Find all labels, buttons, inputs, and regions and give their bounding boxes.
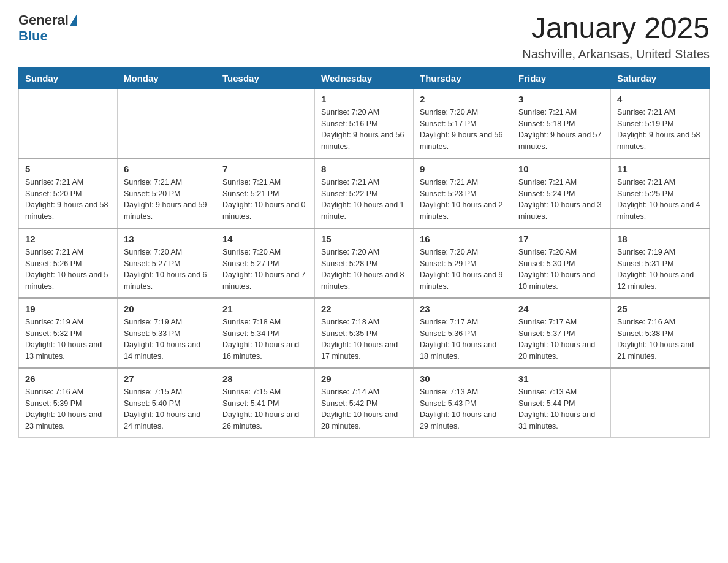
table-row: 22Sunrise: 7:18 AMSunset: 5:35 PMDayligh… [315,298,414,368]
calendar-table: Sunday Monday Tuesday Wednesday Thursday… [18,67,710,438]
day-number: 17 [518,234,604,244]
day-info: Sunrise: 7:19 AMSunset: 5:33 PMDaylight:… [124,316,210,362]
location-title: Nashville, Arkansas, United States [522,47,710,61]
day-number: 7 [222,164,308,174]
day-number: 5 [25,164,111,174]
day-number: 28 [222,373,308,384]
day-info: Sunrise: 7:21 AMSunset: 5:19 PMDaylight:… [617,107,703,153]
table-row: 12Sunrise: 7:21 AMSunset: 5:26 PMDayligh… [19,228,118,298]
table-row: 25Sunrise: 7:16 AMSunset: 5:38 PMDayligh… [611,298,710,368]
col-monday: Monday [118,67,216,88]
day-info: Sunrise: 7:18 AMSunset: 5:34 PMDaylight:… [222,316,308,362]
day-number: 10 [518,164,604,174]
day-number: 3 [518,94,604,104]
day-number: 6 [124,164,210,174]
day-info: Sunrise: 7:21 AMSunset: 5:22 PMDaylight:… [321,177,407,223]
table-row: 8Sunrise: 7:21 AMSunset: 5:22 PMDaylight… [315,158,414,228]
logo: General Blue [18,12,77,44]
day-number: 27 [124,373,210,384]
day-info: Sunrise: 7:18 AMSunset: 5:35 PMDaylight:… [321,316,407,362]
month-title: January 2025 [522,12,710,45]
col-saturday: Saturday [611,67,710,88]
day-info: Sunrise: 7:13 AMSunset: 5:43 PMDaylight:… [420,386,506,432]
logo-text-blue: Blue [18,28,48,44]
day-number: 8 [321,164,407,174]
table-row: 4Sunrise: 7:21 AMSunset: 5:19 PMDaylight… [611,88,710,158]
table-row: 11Sunrise: 7:21 AMSunset: 5:25 PMDayligh… [611,158,710,228]
table-row: 14Sunrise: 7:20 AMSunset: 5:27 PMDayligh… [216,228,315,298]
day-number: 14 [222,234,308,244]
col-tuesday: Tuesday [216,67,315,88]
logo-triangle-icon [70,13,77,26]
day-info: Sunrise: 7:19 AMSunset: 5:32 PMDaylight:… [25,316,111,362]
day-number: 19 [25,304,111,314]
table-row: 30Sunrise: 7:13 AMSunset: 5:43 PMDayligh… [414,368,512,438]
day-info: Sunrise: 7:13 AMSunset: 5:44 PMDaylight:… [518,386,604,432]
day-info: Sunrise: 7:20 AMSunset: 5:27 PMDaylight:… [222,247,308,293]
day-info: Sunrise: 7:21 AMSunset: 5:21 PMDaylight:… [222,177,308,223]
day-number: 2 [420,94,506,104]
day-info: Sunrise: 7:15 AMSunset: 5:40 PMDaylight:… [124,386,210,432]
table-row: 31Sunrise: 7:13 AMSunset: 5:44 PMDayligh… [512,368,611,438]
calendar-week-row: 19Sunrise: 7:19 AMSunset: 5:32 PMDayligh… [19,298,710,368]
calendar-week-row: 5Sunrise: 7:21 AMSunset: 5:20 PMDaylight… [19,158,710,228]
table-row: 24Sunrise: 7:17 AMSunset: 5:37 PMDayligh… [512,298,611,368]
table-row: 15Sunrise: 7:20 AMSunset: 5:28 PMDayligh… [315,228,414,298]
col-thursday: Thursday [414,67,512,88]
table-row: 17Sunrise: 7:20 AMSunset: 5:30 PMDayligh… [512,228,611,298]
day-info: Sunrise: 7:20 AMSunset: 5:16 PMDaylight:… [321,107,407,153]
table-row: 7Sunrise: 7:21 AMSunset: 5:21 PMDaylight… [216,158,315,228]
day-number: 16 [420,234,506,244]
table-row: 2Sunrise: 7:20 AMSunset: 5:17 PMDaylight… [414,88,512,158]
table-row: 21Sunrise: 7:18 AMSunset: 5:34 PMDayligh… [216,298,315,368]
title-block: January 2025 Nashville, Arkansas, United… [522,12,710,61]
day-number: 24 [518,304,604,314]
day-number: 12 [25,234,111,244]
calendar-header-row: Sunday Monday Tuesday Wednesday Thursday… [19,67,710,88]
table-row: 18Sunrise: 7:19 AMSunset: 5:31 PMDayligh… [611,228,710,298]
table-row: 3Sunrise: 7:21 AMSunset: 5:18 PMDaylight… [512,88,611,158]
day-number: 21 [222,304,308,314]
table-row: 23Sunrise: 7:17 AMSunset: 5:36 PMDayligh… [414,298,512,368]
day-number: 29 [321,373,407,384]
table-row: 10Sunrise: 7:21 AMSunset: 5:24 PMDayligh… [512,158,611,228]
table-row: 27Sunrise: 7:15 AMSunset: 5:40 PMDayligh… [118,368,216,438]
table-row: 26Sunrise: 7:16 AMSunset: 5:39 PMDayligh… [19,368,118,438]
table-row [611,368,710,438]
day-info: Sunrise: 7:21 AMSunset: 5:23 PMDaylight:… [420,177,506,223]
table-row: 19Sunrise: 7:19 AMSunset: 5:32 PMDayligh… [19,298,118,368]
day-info: Sunrise: 7:20 AMSunset: 5:29 PMDaylight:… [420,247,506,293]
day-number: 25 [617,304,703,314]
day-info: Sunrise: 7:21 AMSunset: 5:25 PMDaylight:… [617,177,703,223]
day-number: 1 [321,94,407,104]
day-number: 20 [124,304,210,314]
day-number: 23 [420,304,506,314]
col-sunday: Sunday [19,67,118,88]
table-row: 5Sunrise: 7:21 AMSunset: 5:20 PMDaylight… [19,158,118,228]
day-info: Sunrise: 7:21 AMSunset: 5:26 PMDaylight:… [25,247,111,293]
table-row [19,88,118,158]
day-number: 30 [420,373,506,384]
page-header: General Blue January 2025 Nashville, Ark… [18,12,710,61]
col-wednesday: Wednesday [315,67,414,88]
table-row: 1Sunrise: 7:20 AMSunset: 5:16 PMDaylight… [315,88,414,158]
day-info: Sunrise: 7:20 AMSunset: 5:17 PMDaylight:… [420,107,506,153]
day-number: 22 [321,304,407,314]
day-info: Sunrise: 7:16 AMSunset: 5:39 PMDaylight:… [25,386,111,432]
day-number: 26 [25,373,111,384]
day-number: 9 [420,164,506,174]
day-number: 15 [321,234,407,244]
day-info: Sunrise: 7:19 AMSunset: 5:31 PMDaylight:… [617,247,703,293]
table-row: 9Sunrise: 7:21 AMSunset: 5:23 PMDaylight… [414,158,512,228]
col-friday: Friday [512,67,611,88]
day-info: Sunrise: 7:21 AMSunset: 5:24 PMDaylight:… [518,177,604,223]
day-number: 4 [617,94,703,104]
calendar-week-row: 26Sunrise: 7:16 AMSunset: 5:39 PMDayligh… [19,368,710,438]
day-info: Sunrise: 7:17 AMSunset: 5:37 PMDaylight:… [518,316,604,362]
table-row: 13Sunrise: 7:20 AMSunset: 5:27 PMDayligh… [118,228,216,298]
day-info: Sunrise: 7:16 AMSunset: 5:38 PMDaylight:… [617,316,703,362]
day-number: 31 [518,373,604,384]
day-number: 11 [617,164,703,174]
table-row: 29Sunrise: 7:14 AMSunset: 5:42 PMDayligh… [315,368,414,438]
day-info: Sunrise: 7:20 AMSunset: 5:27 PMDaylight:… [124,247,210,293]
